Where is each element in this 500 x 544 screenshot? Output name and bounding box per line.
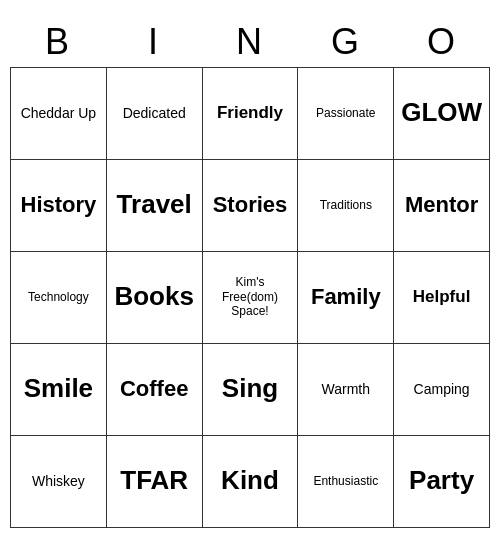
bingo-cell[interactable]: Technology xyxy=(11,252,107,344)
bingo-cell[interactable]: Warmth xyxy=(298,344,394,436)
cell-text: TFAR xyxy=(113,465,196,496)
cell-text: Enthusiastic xyxy=(304,474,387,488)
header-letter: I xyxy=(106,17,202,67)
cell-text: History xyxy=(17,192,100,218)
cell-text: Kim's Free(dom) Space! xyxy=(209,275,292,318)
header-letter: N xyxy=(202,17,298,67)
header-letter: O xyxy=(394,17,490,67)
cell-text: Friendly xyxy=(209,103,292,123)
cell-text: Coffee xyxy=(113,376,196,402)
cell-text: Mentor xyxy=(400,192,483,218)
bingo-cell[interactable]: Family xyxy=(298,252,394,344)
cell-text: Smile xyxy=(17,373,100,404)
cell-text: Warmth xyxy=(304,381,387,398)
cell-text: Whiskey xyxy=(17,473,100,490)
header-letter: B xyxy=(10,17,106,67)
bingo-card: BINGO Cheddar UpDedicatedFriendlyPassion… xyxy=(10,17,490,528)
bingo-cell[interactable]: Dedicated xyxy=(107,68,203,160)
bingo-cell[interactable]: Traditions xyxy=(298,160,394,252)
cell-text: Books xyxy=(113,281,196,312)
bingo-cell[interactable]: Coffee xyxy=(107,344,203,436)
bingo-grid: Cheddar UpDedicatedFriendlyPassionateGLO… xyxy=(10,67,490,528)
bingo-header: BINGO xyxy=(10,17,490,67)
bingo-cell[interactable]: Smile xyxy=(11,344,107,436)
cell-text: Helpful xyxy=(400,287,483,307)
bingo-cell[interactable]: TFAR xyxy=(107,436,203,528)
bingo-cell[interactable]: Enthusiastic xyxy=(298,436,394,528)
cell-text: Cheddar Up xyxy=(17,105,100,122)
bingo-cell[interactable]: Camping xyxy=(394,344,490,436)
bingo-cell[interactable]: Sing xyxy=(203,344,299,436)
bingo-cell[interactable]: GLOW xyxy=(394,68,490,160)
bingo-cell[interactable]: Books xyxy=(107,252,203,344)
bingo-cell[interactable]: Cheddar Up xyxy=(11,68,107,160)
cell-text: Dedicated xyxy=(113,105,196,122)
cell-text: Traditions xyxy=(304,198,387,212)
bingo-cell[interactable]: Party xyxy=(394,436,490,528)
bingo-cell[interactable]: Whiskey xyxy=(11,436,107,528)
bingo-cell[interactable]: Kim's Free(dom) Space! xyxy=(203,252,299,344)
cell-text: Travel xyxy=(113,189,196,220)
cell-text: Technology xyxy=(17,290,100,304)
header-letter: G xyxy=(298,17,394,67)
cell-text: GLOW xyxy=(400,97,483,128)
cell-text: Family xyxy=(304,284,387,310)
bingo-cell[interactable]: Travel xyxy=(107,160,203,252)
cell-text: Party xyxy=(400,465,483,496)
bingo-cell[interactable]: Mentor xyxy=(394,160,490,252)
bingo-cell[interactable]: Stories xyxy=(203,160,299,252)
bingo-cell[interactable]: Passionate xyxy=(298,68,394,160)
bingo-cell[interactable]: Helpful xyxy=(394,252,490,344)
cell-text: Kind xyxy=(209,465,292,496)
cell-text: Stories xyxy=(209,192,292,218)
cell-text: Passionate xyxy=(304,106,387,120)
cell-text: Camping xyxy=(400,381,483,398)
bingo-cell[interactable]: Kind xyxy=(203,436,299,528)
bingo-cell[interactable]: History xyxy=(11,160,107,252)
bingo-cell[interactable]: Friendly xyxy=(203,68,299,160)
cell-text: Sing xyxy=(209,373,292,404)
